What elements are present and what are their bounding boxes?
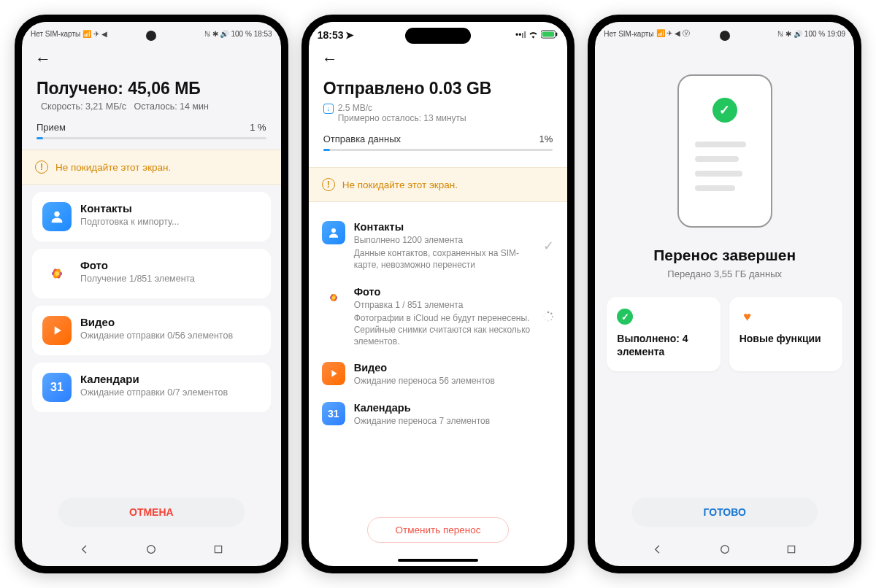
item-note: Данные контактов, сохраненных на SIM-кар…: [354, 247, 535, 271]
nav-home-icon[interactable]: [718, 543, 731, 556]
status-left: Нет SIM-карты 📶 ✈ ◀ ⓥ: [604, 28, 690, 39]
tile-new-features[interactable]: ♥ Новые функции: [729, 297, 842, 371]
contacts-icon: [42, 202, 72, 231]
no-sim-text: Нет SIM-карты: [31, 30, 80, 38]
status-left: 18:53 ➤: [318, 29, 355, 41]
item-desc: Ожидание отправки 0/56 элементов: [80, 330, 261, 342]
progress-fill: [36, 137, 43, 139]
screen-3: Нет SIM-карты 📶 ✈ ◀ ⓥ ℕ ✱ 🔊 100 % 19:09 …: [595, 22, 854, 566]
item-sub: Отправка 1 / 851 элемента: [354, 299, 534, 311]
item-title: Контакты: [80, 202, 261, 214]
svg-point-13: [331, 228, 336, 233]
item-title: Видео: [80, 316, 261, 328]
item-title: Фото: [354, 286, 534, 298]
no-sim-text: Нет SIM-карты: [604, 30, 653, 38]
page-subtitle: Передано 3,55 ГБ данных: [595, 268, 854, 279]
data-item-video: Видео Ожидание отправки 0/56 элементов: [32, 306, 271, 355]
page-title: Отправлено 0.03 GB: [309, 73, 568, 100]
cancel-button[interactable]: ОТМЕНА: [58, 498, 245, 527]
tile-completed[interactable]: ✓ Выполнено: 4 элемента: [607, 297, 720, 371]
back-arrow-icon[interactable]: ←: [322, 50, 338, 69]
status-icons-left: 📶 ✈ ◀: [82, 30, 107, 38]
photos-icon: [322, 286, 345, 309]
warning-text: Не покидайте этот экран.: [55, 162, 171, 173]
warning-banner: ! Не покидайте этот экран.: [309, 167, 568, 202]
nfc-icon: ℕ ✱ 🔊: [777, 30, 802, 38]
item-title: Контакты: [354, 221, 535, 233]
data-list: Контакты Выполнено 1200 элемента Данные …: [309, 209, 568, 510]
remaining-label: Осталось: 14 мин: [134, 101, 209, 112]
speed-label: Скорость: 3,21 МБ/с: [41, 101, 126, 112]
data-item-photos: Фото Получение 1/851 элемента: [32, 249, 271, 298]
item-note: Фотографии в iCloud не будут перенесены.…: [354, 312, 534, 348]
illustration-line: [695, 142, 746, 147]
page-title: Получено: 45,06 МБ: [22, 73, 281, 100]
item-title: Видео: [354, 362, 555, 374]
camera-hole: [146, 31, 156, 41]
data-item-calendar: 31 Календари Ожидание отправки 0/7 элеме…: [32, 363, 271, 412]
phone-frame-3: Нет SIM-карты 📶 ✈ ◀ ⓥ ℕ ✱ 🔊 100 % 19:09 …: [588, 15, 861, 573]
done-button[interactable]: ГОТОВО: [631, 498, 818, 527]
item-desc: Подготовка к импорту...: [80, 216, 261, 228]
tile-title: Новые функции: [739, 332, 832, 345]
back-arrow-icon[interactable]: ←: [35, 50, 51, 69]
item-desc: Получение 1/851 элемента: [80, 273, 261, 285]
progress-label: Отправка данных: [323, 134, 401, 144]
nav-home-icon[interactable]: [145, 543, 158, 556]
svg-rect-9: [215, 546, 221, 552]
page-title: Перенос завершен: [595, 247, 854, 264]
svg-rect-12: [556, 32, 558, 36]
status-time: 18:53: [318, 29, 344, 41]
svg-rect-11: [542, 31, 554, 36]
data-item-photos: Фото Отправка 1 / 851 элемента Фотографи…: [309, 279, 568, 355]
item-desc: Ожидание отправки 0/7 элементов: [80, 387, 261, 399]
phone-frame-1: Нет SIM-карты 📶 ✈ ◀ ℕ ✱ 🔊 100 % 18:53 ← …: [15, 15, 288, 573]
data-item-contacts: Контакты Выполнено 1200 элемента Данные …: [309, 214, 568, 279]
nav-bar: [22, 537, 281, 566]
item-title: Календари: [80, 373, 261, 385]
nav-back-icon[interactable]: [651, 543, 664, 556]
svg-point-25: [548, 320, 550, 322]
svg-point-7: [55, 271, 59, 276]
illustration-line: [695, 185, 735, 191]
cancel-button[interactable]: Отменить перенос: [367, 517, 510, 543]
svg-point-8: [147, 546, 155, 554]
status-right: ℕ ✱ 🔊 100 % 18:53: [204, 30, 272, 38]
nav-back-icon[interactable]: [78, 543, 91, 556]
progress-label: Прием: [36, 122, 66, 133]
toolbar: ←: [22, 42, 281, 73]
speed-icon: ↓: [323, 104, 334, 114]
wifi-icon: [528, 30, 539, 41]
check-icon: ✓: [617, 309, 633, 325]
illustration-line: [695, 156, 739, 162]
heart-icon: ♥: [739, 309, 756, 325]
warning-icon: !: [35, 160, 48, 174]
progress-percent: 1%: [539, 134, 553, 144]
progress-section: Прием 1 %: [22, 112, 281, 142]
check-circle-icon: ✓: [712, 98, 737, 123]
video-icon: [322, 362, 345, 385]
loading-spinner-icon: [542, 311, 554, 322]
progress-fill: [323, 149, 330, 151]
svg-rect-30: [788, 546, 795, 552]
nav-recents-icon[interactable]: [785, 543, 798, 556]
calendar-icon: 31: [322, 402, 345, 425]
illustration-line: [695, 171, 742, 177]
svg-point-28: [545, 313, 545, 314]
contacts-icon: [322, 221, 345, 244]
sub-info: ↓ 2.5 MB/c Примерно осталось: 13 минуты: [309, 100, 568, 123]
toolbar: ←: [309, 42, 568, 73]
home-indicator[interactable]: [309, 550, 568, 566]
status-right: ••ıl: [515, 30, 558, 41]
phone-frame-2: 18:53 ➤ ••ıl ← Отправлено 0.03 GB ↓ 2.5 …: [301, 15, 575, 573]
progress-bar: [36, 137, 266, 139]
calendar-icon: 31: [42, 373, 72, 402]
svg-point-22: [550, 312, 552, 314]
data-item-calendar: 31 Календарь Ожидание переноса 7 элемент…: [309, 395, 568, 434]
item-sub: Выполнено 1200 элемента: [354, 234, 535, 246]
status-left: Нет SIM-карты 📶 ✈ ◀: [31, 30, 107, 38]
screen-1: Нет SIM-карты 📶 ✈ ◀ ℕ ✱ 🔊 100 % 18:53 ← …: [22, 22, 281, 566]
nav-recents-icon[interactable]: [212, 543, 225, 556]
location-icon: ➤: [345, 29, 354, 41]
svg-point-21: [548, 312, 550, 314]
